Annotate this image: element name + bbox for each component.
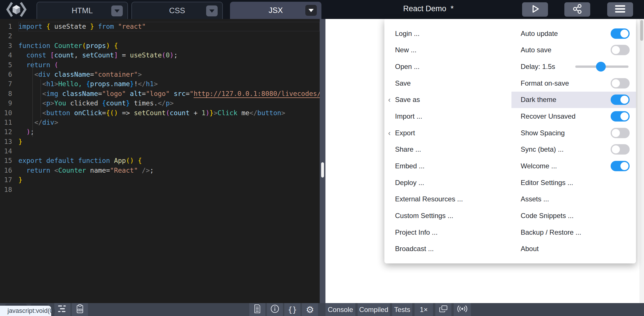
run-button[interactable]	[522, 2, 548, 17]
menu-item-welcome[interactable]: Welcome ...	[511, 158, 636, 174]
show-spacing-toggle[interactable]	[611, 128, 630, 138]
code-line[interactable]: 1import { useState } from "react"	[0, 22, 320, 31]
line-number: 17	[0, 175, 18, 185]
menu-item-backup-restore[interactable]: Backup / Restore ...	[511, 224, 636, 241]
recover-unsaved-toggle[interactable]	[611, 111, 630, 122]
menu-item-external-resources[interactable]: External Resources ...	[384, 191, 511, 207]
tab-jsx[interactable]: JSX	[230, 2, 321, 19]
menu-item-label: Project Info ...	[395, 228, 438, 236]
menu-item-deploy[interactable]: Deploy ...	[384, 174, 511, 191]
code-line[interactable]: 16 return <Counter name="React" />;	[0, 166, 320, 175]
menu-item-label: New ...	[395, 46, 417, 54]
menu-item-editor-settings[interactable]: Editor Settings ...	[511, 174, 636, 191]
preview-scrollbar-thumb[interactable]	[640, 20, 643, 41]
code-line[interactable]: 7 <h1>Hello, {props.name}!</h1>	[0, 79, 320, 89]
menu-item-export[interactable]: ‹Export	[384, 125, 511, 141]
docs-button[interactable]	[249, 303, 265, 316]
menu-item-label: Show Spacing	[521, 129, 565, 137]
dark-theme-toggle[interactable]	[611, 95, 630, 105]
menu-item-label: Open ...	[395, 63, 419, 71]
code-line[interactable]: 15export default function App() {	[0, 156, 320, 165]
code-line[interactable]: 11 </div>	[0, 118, 320, 127]
code-line[interactable]: 10 <button onClick={() => setCount(count…	[0, 108, 320, 118]
code-line[interactable]: 9 <p>You clicked {count} times.</p>	[0, 99, 320, 108]
console-options-button[interactable]	[54, 303, 70, 316]
menu-item-import[interactable]: Import ...	[384, 108, 511, 125]
menu-item-auto-save[interactable]: Auto save	[511, 42, 636, 59]
pane-splitter[interactable]	[320, 19, 325, 303]
menu-item-new[interactable]: New ...	[384, 42, 511, 59]
auto-update-toggle[interactable]	[611, 28, 630, 39]
share-button[interactable]	[564, 2, 590, 17]
slider-thumb[interactable]	[596, 62, 606, 72]
sync-beta-toggle[interactable]	[611, 144, 630, 155]
welcome-toggle[interactable]	[611, 161, 630, 171]
code-line[interactable]: 14	[0, 147, 320, 156]
menu-item-save[interactable]: Save	[384, 75, 511, 92]
menu-item-format-on-save[interactable]: Format on-save	[511, 75, 636, 92]
menu-item-about[interactable]: About	[511, 240, 636, 257]
code-line[interactable]: 12 );	[0, 127, 320, 137]
console-button[interactable]: Console	[325, 303, 355, 316]
code-editor[interactable]: 1import { useState } from "react"23funct…	[0, 19, 320, 303]
delay-slider[interactable]	[575, 65, 628, 68]
toggle-knob	[620, 30, 628, 38]
code-line[interactable]: 2	[0, 31, 320, 41]
code-line[interactable]: 13}	[0, 137, 320, 147]
project-info-button[interactable]	[267, 303, 283, 316]
menu-item-label: Save as	[395, 96, 420, 104]
menu-item-auto-update[interactable]: Auto update	[511, 25, 636, 42]
code-text: import { useState } from "react"	[18, 22, 320, 31]
copy-as-url-button[interactable]	[72, 303, 88, 316]
menu-item-broadcast[interactable]: Broadcast ...	[384, 240, 511, 257]
duplicate-preview-button[interactable]	[435, 303, 451, 316]
format-on-save-toggle[interactable]	[611, 78, 630, 88]
menu-item-login[interactable]: Login ...	[384, 25, 511, 42]
tab-css-dropdown-icon[interactable]	[206, 5, 218, 16]
menu-item-code-snippets[interactable]: Code Snippets ...	[511, 207, 636, 224]
menu-item-label: About	[521, 245, 539, 253]
code-text	[18, 185, 320, 194]
tab-html[interactable]: HTML	[37, 2, 128, 19]
custom-settings-button[interactable]: {}	[284, 303, 300, 316]
menu-item-open[interactable]: Open ...	[384, 58, 511, 75]
preview-scrollbar[interactable]	[639, 19, 644, 303]
splitter-handle[interactable]	[321, 162, 324, 178]
code-line[interactable]: 6 <div className="container">	[0, 70, 320, 79]
code-lines: 1import { useState } from "react"23funct…	[0, 22, 320, 194]
menu-item-sync-beta[interactable]: Sync (beta) ...	[511, 141, 636, 158]
livecodes-logo-icon[interactable]	[5, 1, 28, 18]
code-line[interactable]: 18	[0, 185, 320, 194]
menu-item-recover-unsaved[interactable]: Recover Unsaved	[511, 108, 636, 125]
compiled-button[interactable]: Compiled	[358, 303, 390, 316]
tests-button[interactable]: Tests	[392, 303, 412, 316]
tab-html-dropdown-icon[interactable]	[111, 5, 123, 16]
menu-item-delay-1-5s[interactable]: Delay: 1.5s	[511, 58, 636, 75]
menu-right-list: Auto updateAuto saveDelay: 1.5sFormat on…	[511, 19, 636, 263]
menu-item-project-info[interactable]: Project Info ...	[384, 224, 511, 241]
tab-jsx-dropdown-icon[interactable]	[305, 5, 317, 16]
code-line[interactable]: 4 const [count, setCount] = useState(0);	[0, 51, 320, 60]
menu-item-save-as[interactable]: ‹Save as	[384, 92, 511, 108]
menu-item-custom-settings[interactable]: Custom Settings ...	[384, 207, 511, 224]
indent-guide	[32, 51, 33, 137]
code-line[interactable]: 8 <img className="logo" alt="logo" src="…	[0, 89, 320, 99]
code-line[interactable]: 3function Counter(props) {	[0, 41, 320, 51]
menu-button[interactable]	[607, 2, 633, 17]
zoom-button[interactable]: 1×	[415, 303, 433, 316]
auto-save-toggle[interactable]	[611, 45, 630, 55]
tab-css[interactable]: CSS	[131, 2, 223, 19]
code-line[interactable]: 5 return (	[0, 60, 320, 70]
settings-button[interactable]: ⚙	[302, 303, 318, 316]
project-title[interactable]: React Demo *	[379, 4, 477, 13]
menu-item-show-spacing[interactable]: Show Spacing	[511, 125, 636, 141]
menu-item-dark-theme[interactable]: Dark theme	[511, 92, 636, 108]
menu-item-embed[interactable]: Embed ...	[384, 158, 511, 174]
menu-item-label: Deploy ...	[395, 179, 424, 187]
menu-item-assets[interactable]: Assets ...	[511, 191, 636, 207]
code-line[interactable]: 17}	[0, 175, 320, 185]
line-number: 2	[0, 31, 18, 41]
menu-item-share[interactable]: Share ...	[384, 141, 511, 158]
broadcast-button[interactable]	[454, 303, 471, 316]
tab-html-label: HTML	[72, 6, 93, 15]
